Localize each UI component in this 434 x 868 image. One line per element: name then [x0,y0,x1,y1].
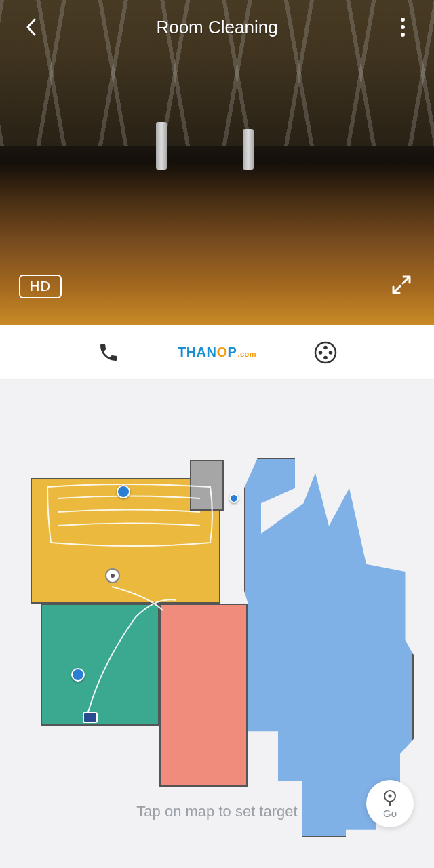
fullscreen-button[interactable] [388,271,415,298]
svg-point-4 [329,351,333,355]
call-button[interactable] [94,338,123,368]
camera-backdrop-pillar [243,129,254,170]
go-label: Go [383,808,397,819]
room-green[interactable] [41,604,159,726]
film-reel-icon [314,341,337,364]
dock-position [83,712,98,723]
logo-text: .com [237,350,256,358]
svg-point-3 [319,351,323,355]
map-marker [229,494,239,503]
floor-map[interactable]: Tap on map to set target Go [0,380,434,868]
page-title: Room Cleaning [156,17,277,38]
room-gray[interactable] [190,460,224,511]
record-button[interactable] [311,338,340,368]
map-marker [71,668,85,682]
svg-point-1 [323,345,328,349]
more-button[interactable] [388,12,418,42]
camera-feed[interactable]: Room Cleaning HD [0,0,434,326]
header-bar: Room Cleaning [0,0,434,54]
phone-icon [98,342,119,363]
more-icon [401,18,405,37]
video-quality-badge[interactable]: HD [19,275,62,298]
camera-backdrop-pillar [156,122,167,170]
back-icon [24,18,38,37]
expand-icon [391,275,412,295]
logo-text: O [216,344,227,360]
map-marker [117,485,130,498]
target-icon [381,789,399,806]
room-red[interactable] [159,604,248,787]
logo-text: THAN [178,344,217,360]
svg-point-2 [323,355,328,359]
logo-text: P [228,344,237,360]
action-toolbar: THANOP.com [0,326,434,380]
back-button[interactable] [16,12,46,42]
robot-position [105,568,120,583]
svg-point-0 [315,342,336,363]
svg-point-6 [389,794,392,797]
brand-logo: THANOP.com [178,344,256,360]
go-button[interactable]: Go [366,780,414,827]
